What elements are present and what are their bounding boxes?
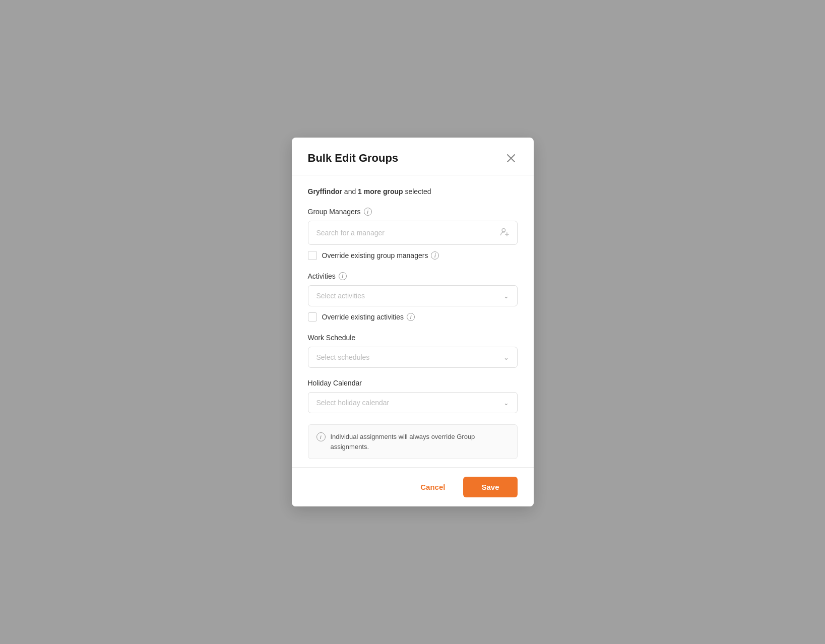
- activities-section: Activities i Select activities ⌄ Overrid…: [308, 272, 518, 321]
- manager-search-input[interactable]: [316, 229, 500, 237]
- activities-info-icon: i: [339, 272, 347, 280]
- modal-header: Bulk Edit Groups: [292, 138, 534, 175]
- work-schedule-label-text: Work Schedule: [308, 334, 356, 342]
- modal-title: Bulk Edit Groups: [308, 152, 399, 165]
- override-activities-label-text: Override existing activities: [322, 313, 404, 321]
- save-button[interactable]: Save: [463, 477, 517, 497]
- group-managers-section: Group Managers i: [308, 208, 518, 260]
- holiday-calendar-section: Holiday Calendar Select holiday calendar…: [308, 379, 518, 413]
- modal-body: Gryffindor and 1 more group selected Gro…: [292, 175, 534, 467]
- work-schedule-placeholder: Select schedules: [316, 353, 370, 361]
- work-schedule-chevron-icon: ⌄: [503, 354, 509, 361]
- work-schedule-section: Work Schedule Select schedules ⌄: [308, 334, 518, 368]
- override-managers-info-icon: i: [431, 251, 439, 260]
- override-managers-row: Override existing group managers i: [308, 251, 518, 260]
- selection-info: Gryffindor and 1 more group selected: [308, 187, 518, 196]
- holiday-calendar-dropdown[interactable]: Select holiday calendar ⌄: [308, 392, 518, 413]
- bulk-edit-modal: Bulk Edit Groups Gryffindor and 1 more g…: [292, 138, 534, 506]
- modal-overlay: Bulk Edit Groups Gryffindor and 1 more g…: [0, 0, 825, 644]
- cancel-button[interactable]: Cancel: [410, 478, 455, 496]
- override-managers-label: Override existing group managers i: [322, 251, 439, 260]
- activities-placeholder: Select activities: [316, 292, 365, 300]
- group-managers-label: Group Managers i: [308, 208, 518, 216]
- override-managers-checkbox[interactable]: [308, 251, 317, 260]
- override-managers-label-text: Override existing group managers: [322, 251, 428, 260]
- manager-search-field[interactable]: [308, 221, 518, 245]
- work-schedule-dropdown[interactable]: Select schedules ⌄: [308, 347, 518, 368]
- override-activities-label: Override existing activities i: [322, 313, 415, 321]
- info-box: i Individual assignments will always ove…: [308, 424, 518, 459]
- group-managers-info-icon: i: [364, 208, 372, 216]
- close-icon: [506, 154, 516, 163]
- holiday-calendar-label: Holiday Calendar: [308, 379, 518, 387]
- group-managers-label-text: Group Managers: [308, 208, 361, 216]
- activities-label-text: Activities: [308, 272, 336, 280]
- info-box-text: Individual assignments will always overr…: [331, 432, 509, 452]
- selected-text: selected: [403, 187, 431, 196]
- info-box-icon: i: [316, 432, 326, 441]
- activities-dropdown[interactable]: Select activities ⌄: [308, 285, 518, 306]
- and-text: and: [342, 187, 358, 196]
- activities-chevron-icon: ⌄: [503, 292, 509, 300]
- holiday-calendar-label-text: Holiday Calendar: [308, 379, 362, 387]
- modal-footer: Cancel Save: [292, 467, 534, 506]
- override-activities-info-icon: i: [407, 313, 415, 321]
- activities-label: Activities i: [308, 272, 518, 280]
- override-activities-row: Override existing activities i: [308, 312, 518, 321]
- work-schedule-label: Work Schedule: [308, 334, 518, 342]
- more-groups-text: 1 more group: [358, 187, 403, 196]
- holiday-calendar-placeholder: Select holiday calendar: [316, 399, 390, 407]
- close-button[interactable]: [504, 152, 518, 165]
- person-add-icon: [500, 227, 509, 238]
- selected-group-name: Gryffindor: [308, 187, 342, 196]
- override-activities-checkbox[interactable]: [308, 312, 317, 321]
- svg-point-2: [502, 228, 505, 232]
- holiday-calendar-chevron-icon: ⌄: [503, 399, 509, 407]
